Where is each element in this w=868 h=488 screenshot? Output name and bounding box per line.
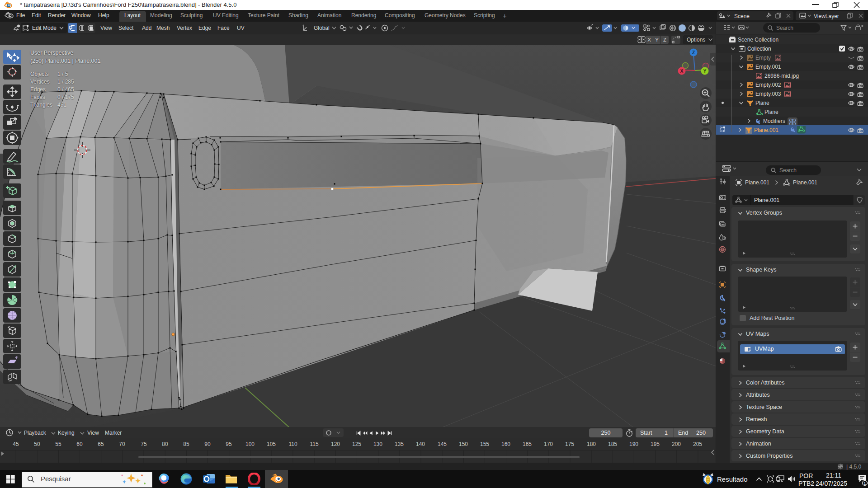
svg-text:Z: Z [692,50,695,55]
svg-text:1: 1 [863,481,866,486]
svg-text:Y: Y [703,69,707,74]
svg-text:X: X [680,69,684,74]
